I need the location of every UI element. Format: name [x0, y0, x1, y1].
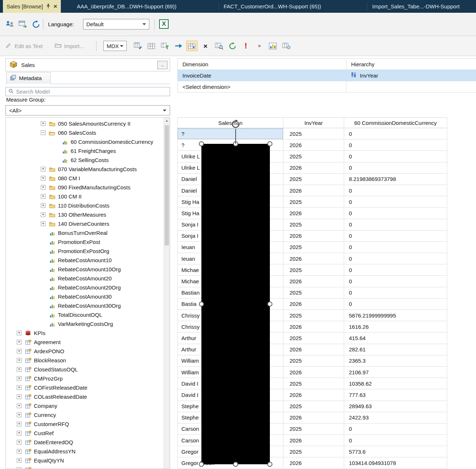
language-dropdown[interactable]: Default — [83, 19, 149, 29]
cell-commission[interactable]: 777.63 — [344, 389, 447, 401]
expand-icon[interactable]: + — [17, 467, 21, 469]
expand-icon[interactable]: + — [17, 440, 21, 445]
tree-item-promotionexpostorg[interactable]: PromotionExPostOrg — [6, 247, 163, 256]
filter-dimension-cell[interactable]: InvoiceDate — [178, 70, 346, 81]
expand-icon[interactable]: + — [17, 376, 21, 381]
table-zoom-icon[interactable] — [213, 41, 224, 51]
cell-invyear[interactable]: 2025 — [283, 423, 344, 435]
tab-sales-browse[interactable]: Sales [Browse] × — [3, 0, 61, 13]
resize-handle-bottom-right[interactable] — [267, 462, 272, 467]
cell-invyear[interactable]: 2025 — [283, 310, 344, 321]
cell-invyear[interactable]: 2026 — [283, 208, 344, 219]
tree-item-rebatecostamount30[interactable]: RebateCostAmount30 — [6, 292, 163, 301]
cell-invyear[interactable]: 2025 — [283, 332, 344, 344]
cell-commission[interactable]: 0 — [344, 276, 447, 287]
excel-icon[interactable]: X — [159, 19, 169, 29]
cell-invyear[interactable]: 2026 — [283, 230, 344, 242]
cell-commission[interactable]: 415.64 — [344, 332, 447, 344]
cell-commission[interactable]: 2365.3 — [344, 355, 447, 367]
cell-commission[interactable]: 0 — [344, 230, 447, 242]
column-header-invyear[interactable]: InvYear — [283, 117, 344, 128]
cell-commission[interactable]: 0 — [344, 299, 447, 310]
expand-icon[interactable]: + — [17, 394, 21, 399]
manage-connections-icon[interactable] — [4, 19, 15, 30]
chart-view-icon[interactable] — [267, 41, 278, 51]
cell-invyear[interactable]: 2026 — [283, 162, 344, 174]
tree-item-rebatecostamount20org[interactable]: RebateCostAmount20Org — [6, 283, 163, 292]
tree-item-dateenteredoq[interactable]: +DateEnteredOQ — [6, 438, 163, 447]
tree-item-61-freightcharges[interactable]: 61 FreightCharges — [6, 146, 163, 155]
tree-item-100-cm-ii[interactable]: +100 CM II — [6, 192, 163, 201]
cell-commission[interactable]: 5876.21999999995 — [344, 310, 447, 321]
tree-item-item[interactable]: + — [6, 465, 163, 469]
cell-commission[interactable]: 10358.62 — [344, 378, 447, 389]
expand-icon[interactable]: + — [17, 458, 21, 463]
tab-aaa-ueberpruefe-db[interactable]: AAA_überprüfe_DB...DWH-Support (69)) — [75, 0, 178, 13]
results-grid-icon[interactable] — [146, 41, 157, 51]
cell-invyear[interactable]: 2025 — [283, 128, 344, 139]
cell-commission[interactable]: 0 — [344, 139, 447, 151]
resize-handle-middle-left[interactable] — [199, 302, 204, 307]
tree-item-130-othermeasures[interactable]: +130 OtherMeasures — [6, 210, 163, 219]
cell-commission[interactable]: 8.21983869373798 — [344, 174, 447, 185]
tree-item-varmarketingcostsorg[interactable]: VarMarketingCostsOrg — [6, 319, 163, 328]
tree-item-080-cm-i[interactable]: +080 CM I — [6, 174, 163, 183]
cell-commission[interactable]: 0 — [344, 185, 447, 196]
cell-invyear[interactable]: 2026 — [283, 344, 344, 355]
redaction-rectangle[interactable] — [201, 144, 270, 464]
tab-fact-customerord[interactable]: FACT_CustomerOrd...WH-Support (65)) — [221, 0, 323, 13]
tree-item-110-distributioncosts[interactable]: +110 DistributionCosts — [6, 201, 163, 210]
expand-icon[interactable]: + — [17, 431, 21, 436]
close-tab-icon[interactable]: × — [54, 3, 57, 9]
expand-icon[interactable]: + — [17, 349, 21, 354]
cell-commission[interactable]: 2422.93 — [344, 412, 447, 423]
cell-commission[interactable]: 0 — [344, 162, 447, 174]
expand-icon[interactable]: + — [17, 403, 21, 408]
filter-row-invoicedate[interactable]: InvoiceDate InvYear — [178, 70, 476, 81]
tree-item-colastreleaseddate[interactable]: +COLastReleasedDate — [6, 392, 163, 401]
cell-commission[interactable]: 0 — [344, 287, 447, 299]
design-mode-icon[interactable] — [133, 41, 143, 51]
cell-invyear[interactable]: 2025 — [283, 378, 344, 389]
table-link-icon[interactable] — [281, 41, 292, 51]
filter-dimension-cell[interactable]: <Select dimension> — [178, 81, 346, 92]
scroll-up-icon[interactable]: ▲ — [164, 118, 170, 124]
cell-invyear[interactable]: 2026 — [283, 457, 344, 469]
cell-invyear[interactable]: 2025 — [283, 287, 344, 299]
expand-icon[interactable]: + — [41, 194, 46, 199]
column-header-commission[interactable]: 60 CommissionDomesticCurrency — [344, 117, 447, 128]
tree-item-62-sellingcosts[interactable]: 62 SellingCosts — [6, 155, 163, 165]
tree-item-custref[interactable]: +CustRef — [6, 429, 163, 438]
tree-item-090-fixedmanufacturingcosts[interactable]: +090 FixedManufacturingCosts — [6, 183, 163, 192]
cell-commission[interactable]: 2106.97 — [344, 367, 447, 378]
tree-item-company[interactable]: +Company — [6, 401, 163, 410]
cell-commission[interactable]: 5773.6 — [344, 446, 447, 457]
cell-invyear[interactable]: 2026 — [283, 299, 344, 310]
tree-item-60-commissiondomesticcurrency[interactable]: 60 CommissionDomesticCurrency — [6, 137, 163, 146]
cell-invyear[interactable]: 2025 — [283, 196, 344, 208]
filter-row-select-dimension[interactable]: <Select dimension> — [178, 81, 476, 92]
resize-handle-bottom-center[interactable] — [233, 462, 238, 467]
expand-icon[interactable]: + — [17, 340, 21, 344]
expand-icon[interactable]: + — [41, 212, 46, 217]
expand-icon[interactable]: + — [41, 167, 46, 172]
grid-filter-icon[interactable] — [160, 41, 170, 51]
goto-arrow-icon[interactable] — [173, 41, 184, 51]
refresh-icon[interactable] — [31, 19, 42, 30]
tree-item-cofirstreleaseddate[interactable]: +COFirstReleasedDate — [6, 383, 163, 392]
cell-invyear[interactable]: 2026 — [283, 321, 344, 332]
cell-invyear[interactable]: 2026 — [283, 185, 344, 196]
cell-invyear[interactable]: 2026 — [283, 435, 344, 446]
expand-icon[interactable]: + — [41, 185, 46, 190]
cell-commission[interactable]: 0 — [344, 128, 447, 139]
tree-item-closedstatusoql[interactable]: +ClosedStatusOQL — [6, 365, 163, 374]
cell-invyear[interactable]: 2026 — [283, 253, 344, 264]
rotate-handle-icon[interactable] — [231, 119, 240, 130]
cell-commission[interactable]: 0 — [344, 151, 447, 162]
tree-item-customerrfq[interactable]: +CustomerRFQ — [6, 419, 163, 429]
cell-commission[interactable]: 0 — [344, 196, 447, 208]
select-cube-button[interactable]: .. — [157, 61, 168, 69]
tree-item-060-salescosts[interactable]: −060 SalesCosts — [6, 128, 163, 137]
tree-item-rebatecostamount20[interactable]: RebateCostAmount20 — [6, 274, 163, 283]
cell-commission[interactable]: 0 — [344, 253, 447, 264]
